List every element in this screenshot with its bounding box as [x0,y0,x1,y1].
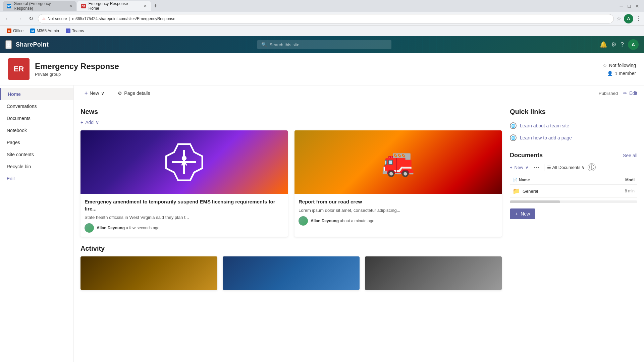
modified-header: Modi [625,178,635,182]
sidebar-item-documents[interactable]: Documents [0,112,73,124]
sidebar-item-recycle-bin[interactable]: Recycle bin [0,161,73,173]
sidebar-item-site-contents[interactable]: Site contents [0,148,73,161]
new-button[interactable]: + New ∨ [80,88,108,98]
header-actions: 🔔 ⚙ ? A [600,39,639,50]
bookmark-star-button[interactable]: ☆ [616,15,621,22]
members-button[interactable]: 👤 1 member [607,71,636,76]
edit-label: Edit [629,90,637,96]
svg-point-3 [182,156,186,161]
page-details-button[interactable]: ⚙ Page details [114,88,154,98]
doc-view-label: All Documents [552,165,581,170]
news-card-1[interactable]: Emergency amendment to temporarily suspe… [80,130,288,237]
tab-close-emergency[interactable]: ✕ [144,4,147,8]
sidebar-item-notebook[interactable]: Notebook [0,124,73,136]
bookmarks-bar: O Office M M365 Admin T Teams [0,25,644,36]
sharepoint-logo: SharePoint [16,41,49,48]
sidebar-item-home[interactable]: Home [0,88,73,100]
settings-button[interactable]: ⚙ [611,41,616,48]
globe-icon-1: 🌐 [510,122,517,129]
minimize-button[interactable]: ─ [618,2,625,10]
home-label: Home [8,92,21,97]
main-content: News + Add ∨ [80,108,502,290]
edit-button[interactable]: ✏ Edit [623,90,637,96]
doc-toolbar: + New ∨ ⋯ ☰ All Documents ∨ ⓘ [510,163,637,172]
author-info-2: Allan Deyoung about a minute ago [311,219,374,223]
activity-card-3[interactable] [365,256,502,290]
quick-link-2[interactable]: 🌐 Learn how to add a page [510,132,637,144]
follow-label: Not following [609,63,636,68]
bookmark-teams[interactable]: T Teams [63,27,87,34]
author-time-2: about a minute ago [340,219,374,223]
forward-button[interactable]: → [15,14,24,23]
address-input-container[interactable]: ⚠ Not secure | m365x175424.sharepoint.co… [38,14,614,23]
activity-card-1[interactable] [80,256,217,290]
author-name-2: Allan Deyoung [311,219,339,223]
sidebar-item-edit[interactable]: Edit [0,173,73,185]
site-logo: ER [8,58,30,80]
office-favicon: O [7,28,11,33]
gear-icon: ⚙ [118,90,122,96]
doc-toolbar-divider [544,164,544,171]
sidebar-item-pages[interactable]: Pages [0,136,73,148]
tab-label-emergency: Emergency Response - Home [89,1,141,11]
author-avatar-1 [85,223,94,233]
doc-info-button[interactable]: ⓘ [588,163,596,171]
close-button[interactable]: ✕ [633,2,641,10]
search-icon: 🔍 [261,42,267,47]
not-secure-label: Not secure [48,16,67,21]
doc-new-button[interactable]: + New ∨ [510,165,529,170]
maximize-button[interactable]: □ [626,2,633,10]
doc-modified-general: 8 min [608,189,635,193]
help-button[interactable]: ? [621,41,624,48]
activity-thumb-2 [223,256,360,290]
doc-name-general: General [523,189,608,194]
new-doc-button[interactable]: + New [510,208,535,219]
author-avatar-2 [299,216,308,226]
sharepoint-header: ⊞ SharePoint 🔍 🔔 ⚙ ? A [0,36,644,53]
back-button[interactable]: ← [3,14,12,23]
tab-close-general[interactable]: ✕ [69,4,72,8]
new-label: New [90,90,99,96]
user-avatar[interactable]: A [628,39,639,50]
quick-link-1[interactable]: 🌐 Learn about a team site [510,120,637,132]
news-grid: Emergency amendment to temporarily suspe… [80,130,502,237]
teams-favicon: T [66,28,70,33]
search-input[interactable] [270,42,370,47]
notifications-button[interactable]: 🔔 [600,41,607,48]
search-box-container: 🔍 [257,40,391,49]
sidebar-item-conversations[interactable]: Conversations [0,100,73,112]
new-tab-button[interactable]: + [152,3,159,10]
news-card-2[interactable]: 🚒 Report from our road crew Lorem ipsum … [294,130,502,237]
pencil-icon: ✏ [623,90,627,96]
m365-favicon: M [30,28,35,33]
tab-favicon-er: ER [81,4,86,8]
add-label: Add [85,120,94,125]
security-icon: ⚠ [42,16,46,21]
doc-more-button[interactable]: ⋯ [531,163,541,172]
follow-button[interactable]: ☆ Not following [602,62,636,69]
browser-profile-button[interactable]: A [624,14,633,23]
news-section: News + Add ∨ [80,108,502,237]
doc-view-button[interactable]: ☰ All Documents ∨ [547,165,585,170]
activity-card-2[interactable] [223,256,360,290]
browser-menu-button[interactable]: ⋮ [636,15,641,22]
bookmark-office[interactable]: O Office [4,27,26,34]
documents-section: Documents See all + New ∨ ⋯ [510,152,637,203]
main-layout: Home Conversations Documents Notebook Pa… [0,85,644,362]
edit-nav-label: Edit [7,176,15,181]
doc-section-title: Documents [510,152,623,159]
site-name: Emergency Response [35,62,602,71]
tab-emergency[interactable]: ER Emergency Response - Home ✕ [77,1,151,11]
activity-section: Activity [80,245,502,290]
search-box[interactable]: 🔍 [257,40,391,49]
site-info: Emergency Response Private group [35,62,602,77]
refresh-button[interactable]: ↻ [27,14,35,23]
doc-new-chevron-icon: ∨ [525,165,529,170]
doc-scrollbar[interactable] [510,200,637,203]
news-add-button[interactable]: + Add ∨ [80,120,99,125]
bookmark-m365[interactable]: M M365 Admin [28,27,62,34]
doc-row-general[interactable]: 📁 General 8 min [510,185,637,198]
see-all-link[interactable]: See all [623,153,637,158]
tab-general[interactable]: SP General (Emergency Response) ✕ [3,1,76,11]
waffle-menu-button[interactable]: ⊞ [5,40,12,49]
